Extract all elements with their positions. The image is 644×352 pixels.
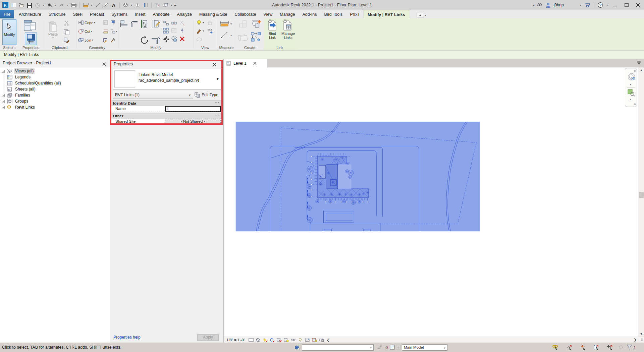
open-icon[interactable]: [18, 2, 25, 8]
save-icon[interactable]: [26, 2, 33, 8]
user-icon[interactable]: [545, 2, 551, 8]
linework-icon[interactable]: [207, 28, 213, 35]
temp-view-icon[interactable]: [298, 338, 303, 342]
reveal-hidden-icon[interactable]: [291, 338, 296, 342]
tab-steel[interactable]: Steel: [69, 10, 86, 18]
dim-tool-icon[interactable]: [220, 31, 228, 40]
tab-architecture[interactable]: Architecture: [15, 10, 45, 18]
tab-systems[interactable]: Systems: [108, 10, 131, 18]
delete-icon[interactable]: [179, 36, 185, 43]
lock-icon[interactable]: [319, 338, 324, 342]
sidebar-item-legends[interactable]: Legends: [0, 74, 110, 80]
split-face-icon[interactable]: [103, 38, 108, 44]
name-input[interactable]: [165, 106, 221, 112]
identity-data-header[interactable]: Identity Data⌃⌃: [111, 100, 222, 106]
username[interactable]: j0hnp: [553, 3, 564, 7]
type-selector[interactable]: Linked Revit Model rac_advanced_sample_p…: [113, 69, 221, 90]
match-type-icon[interactable]: [64, 37, 70, 44]
manage-links-button[interactable]: Manage Links: [280, 19, 296, 46]
vertical-scroll-thumb[interactable]: [639, 192, 644, 198]
dim-dropdown[interactable]: ▾: [230, 34, 232, 37]
drag-elements-icon[interactable]: [607, 345, 613, 351]
text-icon[interactable]: A: [110, 2, 117, 8]
expand-views-icon[interactable]: +: [2, 70, 5, 73]
tab-addins[interactable]: Add-Ins: [299, 10, 320, 18]
menu-icon[interactable]: [10, 2, 17, 8]
wall-sweep-icon[interactable]: [103, 29, 108, 35]
select-panel-label[interactable]: Select: [3, 46, 13, 50]
edit-type-button[interactable]: Edit Type: [195, 91, 222, 99]
sync-icon[interactable]: [34, 2, 41, 8]
vertical-scrollbar[interactable]: ▲ ▼: [638, 67, 644, 337]
close-button[interactable]: [633, 1, 643, 9]
properties-help-link[interactable]: Properties help: [113, 335, 141, 340]
project-browser-close-icon[interactable]: [102, 61, 107, 65]
override-graphics-icon[interactable]: [196, 28, 202, 35]
canvas[interactable]: ⊗ 2D ▾ ▾ ⊖: [224, 67, 638, 337]
hide-box-icon[interactable]: [196, 37, 202, 43]
measure-dropdown2[interactable]: ▾: [230, 22, 232, 25]
view-panel-label[interactable]: View: [194, 46, 217, 50]
navbar-close-icon[interactable]: ⊗: [633, 69, 636, 72]
create-similar-icon[interactable]: [251, 19, 262, 31]
navbar-minimize-icon[interactable]: ⊖: [633, 103, 636, 106]
view-tab-close-icon[interactable]: [253, 62, 257, 65]
offset-icon[interactable]: [171, 20, 177, 27]
tab-collaborate[interactable]: Collaborate: [231, 10, 260, 18]
aligned-dim-icon[interactable]: [94, 2, 101, 8]
gear-icon[interactable]: [618, 345, 624, 351]
zoom-icon[interactable]: [628, 89, 635, 98]
properties-palette-icon[interactable]: [23, 20, 37, 32]
pin-icon[interactable]: [179, 28, 185, 35]
tab-manage[interactable]: Manage: [276, 10, 299, 18]
redo-icon[interactable]: [58, 2, 65, 8]
sidebar-item-views[interactable]: + Views (all): [0, 68, 110, 74]
thin-lines-icon[interactable]: [142, 2, 149, 8]
steering-wheel-icon[interactable]: 2D: [627, 72, 636, 82]
wheel-dropdown[interactable]: ▾: [630, 83, 631, 86]
visibility-dropdown[interactable]: ▾: [203, 21, 204, 24]
sidebar-item-groups[interactable]: + Groups: [0, 98, 110, 104]
store-icon[interactable]: [584, 2, 591, 8]
wall-join-icon[interactable]: [120, 20, 129, 30]
select-pinned-icon[interactable]: [580, 345, 586, 351]
copy-modify-icon[interactable]: [171, 36, 178, 44]
temporary-hide-icon[interactable]: [284, 338, 289, 342]
tab-analyze[interactable]: Analyze: [173, 10, 196, 18]
create-group-icon[interactable]: [238, 33, 249, 43]
bind-link-button[interactable]: Bind Link: [265, 19, 280, 46]
shared-site-button[interactable]: <Not Shared>: [165, 119, 221, 124]
rotate-icon[interactable]: [140, 36, 149, 46]
tab-massing[interactable]: Massing & Site: [196, 10, 231, 18]
properties-close-icon[interactable]: [213, 61, 217, 66]
type-properties-icon[interactable]: [25, 33, 37, 45]
ribbon-state-toggle[interactable]: ▾: [417, 13, 426, 17]
filter-icon[interactable]: [627, 345, 633, 351]
scale-icon[interactable]: [171, 28, 177, 35]
sidebar-item-revit-links[interactable]: + Revit Links: [0, 104, 110, 110]
filter-combo[interactable]: RVT Links (1)∨: [113, 91, 193, 99]
align-icon[interactable]: [163, 20, 169, 27]
detail-level-icon[interactable]: [256, 338, 261, 342]
analytical-icon[interactable]: [305, 338, 310, 342]
sync-dropdown[interactable]: ▾: [42, 4, 45, 7]
copy-icon[interactable]: [64, 29, 70, 36]
scale-icon[interactable]: [249, 338, 254, 342]
fillet-icon[interactable]: [130, 20, 139, 30]
undo-icon[interactable]: [46, 2, 53, 8]
hide-crop-icon[interactable]: [277, 338, 282, 342]
tab-view[interactable]: View: [260, 10, 276, 18]
sidebar-item-sheets[interactable]: Sheets (all): [0, 86, 110, 92]
switch-windows-icon[interactable]: [162, 2, 169, 8]
expand-groups-icon[interactable]: +: [2, 100, 5, 103]
search-icon[interactable]: [536, 2, 543, 8]
close-hidden-icon[interactable]: [154, 2, 161, 8]
trim-extend-icon[interactable]: [140, 19, 150, 30]
tab-birdtools[interactable]: Bird Tools: [321, 10, 346, 18]
crop-off-icon[interactable]: [270, 338, 275, 342]
mirror-icon[interactable]: [179, 20, 185, 27]
paste-button[interactable]: Paste▾: [46, 19, 60, 45]
revit-logo-icon[interactable]: R: [2, 2, 9, 8]
link-panel-label[interactable]: Link: [264, 46, 296, 50]
geometry-panel-label[interactable]: Geometry: [76, 46, 118, 50]
